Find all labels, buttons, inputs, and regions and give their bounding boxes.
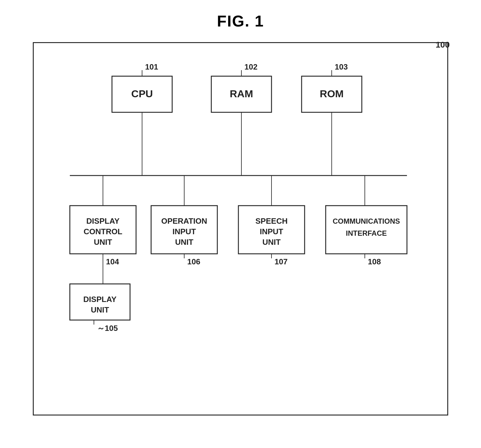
ref-108: 108	[368, 257, 381, 266]
ram-label: RAM	[230, 88, 253, 99]
ref-105: ～105	[97, 324, 118, 333]
label-100: 100	[436, 40, 450, 50]
display-control-label-3: UNIT	[94, 238, 112, 247]
display-unit-label-2: UNIT	[91, 305, 109, 314]
diagram-container: 100 101 CPU 102 RAM 103 ROM DISPLAY CONT…	[33, 42, 448, 415]
block-diagram: 101 CPU 102 RAM 103 ROM DISPLAY CONTROL …	[52, 61, 431, 392]
display-control-label-1: DISPLAY	[86, 216, 119, 226]
comms-interface-label-2: INTERFACE	[346, 229, 387, 237]
comms-interface-label-1: COMMUNICATIONS	[333, 217, 400, 225]
rom-label: ROM	[320, 88, 343, 99]
ref-104: 104	[106, 257, 119, 266]
operation-input-label-2: INPUT	[172, 227, 196, 236]
display-control-label-2: CONTROL	[84, 227, 123, 236]
ref-103: 103	[335, 62, 348, 71]
speech-input-label-3: UNIT	[262, 238, 281, 247]
operation-input-label-3: UNIT	[175, 238, 194, 247]
display-unit-label-1: DISPLAY	[83, 295, 116, 304]
ref-106: 106	[187, 257, 200, 266]
ref-102: 102	[244, 62, 257, 71]
cpu-label: CPU	[131, 88, 153, 99]
speech-input-label-1: SPEECH	[256, 216, 288, 226]
ref-107: 107	[275, 257, 287, 266]
page-title: FIG. 1	[217, 12, 264, 30]
speech-input-label-2: INPUT	[260, 227, 283, 236]
ref-101: 101	[145, 62, 158, 71]
operation-input-label-1: OPERATION	[161, 216, 207, 226]
